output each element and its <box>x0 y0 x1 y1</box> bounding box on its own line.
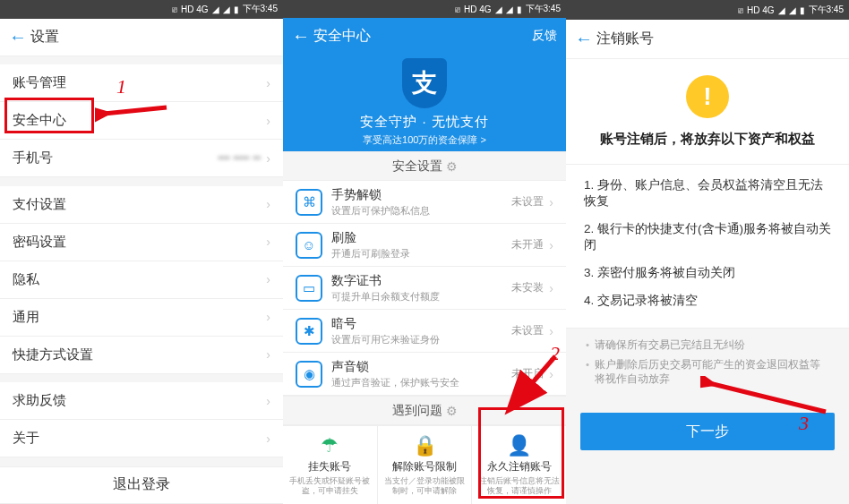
sec-item-title: 声音锁 <box>331 359 511 375</box>
item-phone[interactable]: 手机号 ••• •••• •• › <box>0 140 283 177</box>
hero-title: 安全守护 · 无忧支付 <box>360 114 489 131</box>
card-sub: 注销后账号信息将无法恢复，请谨慎操作 <box>476 476 562 496</box>
back-icon[interactable]: ← <box>292 26 313 47</box>
card-title: 解除账号限制 <box>392 459 457 474</box>
face-icon: ☺ <box>296 232 322 259</box>
item-account-manage[interactable]: 账号管理 › <box>0 64 283 102</box>
note-item: 账户删除后历史交易可能产生的资金退回权益等将视作自动放弃 <box>586 357 829 386</box>
chevron-right-icon: › <box>266 151 270 166</box>
item-label: 隐私 <box>13 271 266 288</box>
sec-item-title: 手势解锁 <box>331 187 511 203</box>
gear-icon: ⚙ <box>446 159 458 174</box>
item-shortcut-settings[interactable]: 快捷方式设置› <box>0 337 283 374</box>
card-delete-account[interactable]: 👤 永久注销账号 注销后账号信息将无法恢复，请谨慎操作 <box>472 426 566 504</box>
spacer <box>0 374 283 383</box>
item-label: 关于 <box>13 430 266 447</box>
back-icon[interactable]: ← <box>575 29 596 49</box>
next-button[interactable]: 下一步 <box>580 413 835 450</box>
cast-icon: ⎚ <box>172 4 177 14</box>
sec-item-sub: 开通后可刷脸登录 <box>331 247 511 261</box>
item-label: 账号管理 <box>13 74 266 91</box>
chevron-right-icon: › <box>549 281 553 295</box>
card-title: 挂失账号 <box>308 459 351 474</box>
item-payment-settings[interactable]: 支付设置› <box>0 186 283 224</box>
warning-icon: ! <box>686 75 729 118</box>
feedback-link[interactable]: 反馈 <box>532 28 557 44</box>
chevron-right-icon: › <box>549 238 553 252</box>
hero-banner: 支 安全守护 · 无忧支付 享受高达100万的资金保障 > <box>283 54 566 151</box>
sec-item-code[interactable]: ✱ 暗号设置后可用它来验证身份 未设置› <box>283 310 566 353</box>
page-title: 安全中心 <box>313 27 532 46</box>
gear-icon: ⚙ <box>446 404 458 418</box>
sec-item-sub: 通过声音验证，保护账号安全 <box>331 376 511 389</box>
sec-item-sub: 设置后可保护隐私信息 <box>331 204 511 218</box>
card-remove-limit[interactable]: 🔒 解除账号限制 当支付／登录功能被限制时，可申请解除 <box>378 426 473 504</box>
signal-icon-2: ◢ <box>789 5 796 15</box>
clock-label: 下午3:45 <box>526 3 561 15</box>
battery-icon: ▮ <box>234 4 239 14</box>
signal-icon: ◢ <box>778 5 785 15</box>
item-label: 支付设置 <box>13 196 266 213</box>
sec-item-status: 未安装 <box>511 280 544 295</box>
sec-item-status: 未设置 <box>511 323 544 338</box>
item-password-settings[interactable]: 密码设置› <box>0 224 283 261</box>
status-bar: ⎚ HD 4G ◢ ◢ ▮ 下午3:45 <box>283 0 566 18</box>
hd-label: HD 4G <box>747 5 775 15</box>
hd-label: HD 4G <box>181 4 209 14</box>
item-general[interactable]: 通用› <box>0 299 283 337</box>
note-item: 请确保所有交易已完结且无纠纷 <box>586 337 829 352</box>
page-title: 注销账号 <box>596 30 840 48</box>
screen-delete-account: ⎚ HD 4G ◢ ◢ ▮ 下午3:45 ← 注销账号 ! 账号注销后，将放弃以… <box>566 0 849 504</box>
screen-settings: ⎚ HD 4G ◢ ◢ ▮ 下午3:45 ← 设置 账号管理 › 安全中心 › … <box>0 0 283 504</box>
card-sub: 当支付／登录功能被限制时，可申请解除 <box>382 476 468 496</box>
page-title: 设置 <box>30 28 274 47</box>
problem-cards: ☂ 挂失账号 手机丢失或怀疑账号被盗，可申请挂失 🔒 解除账号限制 当支付／登录… <box>283 425 566 504</box>
signal-icon: ◢ <box>495 4 502 14</box>
umbrella-icon: ☂ <box>321 434 339 457</box>
clock-label: 下午3:45 <box>243 3 278 15</box>
warning-title: 账号注销后，将放弃以下资产和权益 <box>600 131 815 148</box>
spacer <box>0 457 283 466</box>
signal-icon-2: ◢ <box>223 4 230 14</box>
sec-item-title: 暗号 <box>331 316 511 332</box>
item-label: 手机号 <box>13 149 218 167</box>
sec-item-sub: 设置后可用它来验证身份 <box>331 333 511 346</box>
chevron-right-icon: › <box>266 394 270 408</box>
section-title: 安全设置 <box>392 158 442 175</box>
battery-icon: ▮ <box>800 5 805 15</box>
back-icon[interactable]: ← <box>9 27 30 47</box>
sec-item-face[interactable]: ☺ 刷脸开通后可刷脸登录 未开通› <box>283 224 566 267</box>
consequence-item: 4. 交易记录将被清空 <box>584 293 831 309</box>
hero-subtitle[interactable]: 享受高达100万的资金保障 > <box>363 133 486 147</box>
spacer <box>0 177 283 186</box>
sec-item-cert[interactable]: ▭ 数字证书可提升单日余额支付额度 未安装› <box>283 267 566 310</box>
chevron-right-icon: › <box>266 235 270 249</box>
chevron-right-icon: › <box>266 197 270 211</box>
item-help-feedback[interactable]: 求助反馈› <box>0 382 283 420</box>
sec-item-status: 未开启 <box>511 366 544 381</box>
sec-item-voice[interactable]: ◉ 声音锁通过声音验证，保护账号安全 未开启› <box>283 353 566 396</box>
sec-item-gesture[interactable]: ⌘ 手势解锁设置后可保护隐私信息 未设置› <box>283 181 566 224</box>
item-security-center[interactable]: 安全中心 › <box>0 102 283 140</box>
card-sub: 手机丢失或怀疑账号被盗，可申请挂失 <box>287 476 373 496</box>
screen-security-center: ⎚ HD 4G ◢ ◢ ▮ 下午3:45 ← 安全中心 反馈 支 安全守护 · … <box>283 0 566 504</box>
voice-icon: ◉ <box>296 361 322 388</box>
app-bar: ← 注销账号 <box>566 20 849 59</box>
item-privacy[interactable]: 隐私› <box>0 261 283 299</box>
item-label: 快捷方式设置 <box>13 346 266 363</box>
sec-item-sub: 可提升单日余额支付额度 <box>331 290 511 303</box>
sec-item-status: 未开通 <box>511 237 544 252</box>
item-about[interactable]: 关于› <box>0 420 283 457</box>
item-label: 求助反馈 <box>13 392 266 409</box>
consequences-list: 1. 身份、账户信息、会员权益将清空且无法恢复 2. 银行卡的快捷支付(含卡通)… <box>566 165 849 329</box>
sec-item-title: 刷脸 <box>331 230 511 246</box>
signal-icon: ◢ <box>212 4 219 14</box>
cert-icon: ▭ <box>296 275 322 302</box>
app-bar: ← 设置 <box>0 19 283 56</box>
chevron-right-icon: › <box>549 367 553 381</box>
card-report-loss[interactable]: ☂ 挂失账号 手机丢失或怀疑账号被盗，可申请挂失 <box>283 426 378 504</box>
hd-label: HD 4G <box>464 4 492 14</box>
section-header-problem: 遇到问题 ⚙ <box>283 396 566 425</box>
logout-button[interactable]: 退出登录 <box>0 466 283 504</box>
code-icon: ✱ <box>296 318 322 345</box>
